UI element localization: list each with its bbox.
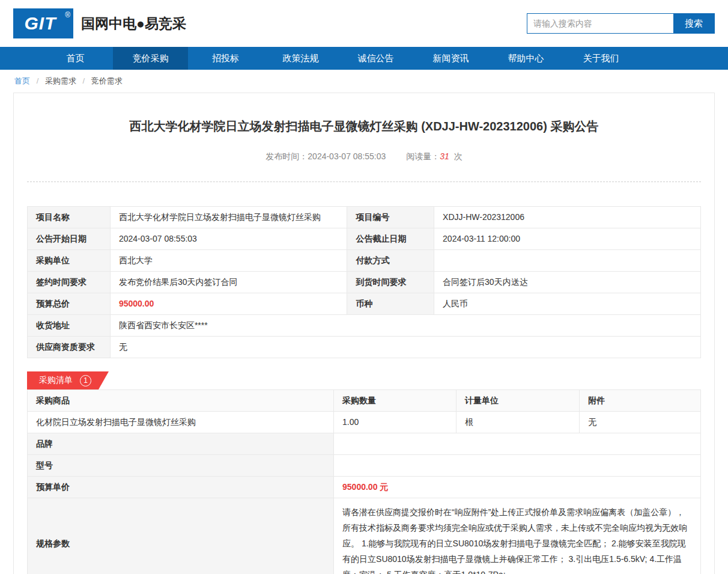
table-row: 预算总价 95000.00 币种 人民币 <box>28 293 701 315</box>
field-label: 型号 <box>28 455 334 477</box>
spec-parameters-value: 请各潜在供应商提交报价时在“响应附件”处上传正式报价单及需求响应偏离表（加盖公章… <box>334 498 701 574</box>
publish-time-label: 发布时间： <box>265 151 308 161</box>
field-value: 西北大学 <box>110 250 347 272</box>
table-row: 预算单价 95000.00 元 <box>28 477 701 498</box>
field-label: 品牌 <box>28 433 334 455</box>
purchase-quantity: 1.00 <box>334 412 457 433</box>
breadcrumb-purchase-demand[interactable]: 采购需求 <box>45 76 76 85</box>
top-header: GIT ® 国网中电●易竞采 搜索 <box>0 0 728 47</box>
table-row: 签约时间要求 发布竞价结果后30天内签订合同 到货时间要求 合同签订后30天内送… <box>28 272 701 293</box>
table-row: 采购单位 西北大学 付款方式 <box>28 250 701 272</box>
field-label: 预算总价 <box>28 293 111 315</box>
field-value <box>334 433 701 455</box>
search-bar: 搜索 <box>527 13 715 34</box>
table-row: 品牌 <box>28 433 701 455</box>
table-row: 收货地址 陕西省西安市长安区**** <box>28 315 701 337</box>
breadcrumb-separator: / <box>83 76 85 85</box>
field-value <box>434 250 701 272</box>
column-header: 采购商品 <box>28 390 334 412</box>
field-label: 公告截止日期 <box>347 228 434 250</box>
field-value: 无 <box>110 337 700 358</box>
field-value: 西北大学化材学院日立场发射扫描电子显微镜灯丝采购 <box>110 207 347 228</box>
search-button[interactable]: 搜索 <box>673 14 714 33</box>
field-label: 公告开始日期 <box>28 228 111 250</box>
purchase-list-table: 采购商品 采购数量 计量单位 附件 化材院日立场发射扫描电子显微镜灯丝采购 1.… <box>27 389 701 574</box>
views-unit: 次 <box>454 151 463 161</box>
nav-item-help-center[interactable]: 帮助中心 <box>488 47 563 70</box>
product-name: 化材院日立场发射扫描电子显微镜灯丝采购 <box>28 412 334 433</box>
field-label: 规格参数 <box>28 498 334 574</box>
field-value: 2024-03-11 12:00:00 <box>434 228 701 250</box>
field-value: XDJJ-HW-202312006 <box>434 207 701 228</box>
field-label: 项目编号 <box>347 207 434 228</box>
search-input[interactable] <box>527 14 673 33</box>
table-row: 化材院日立场发射扫描电子显微镜灯丝采购 1.00 根 无 <box>28 412 701 433</box>
site-name: 国网中电●易竞采 <box>81 14 186 33</box>
nav-item-bidding-purchase[interactable]: 竞价采购 <box>113 47 188 70</box>
nav-item-about-us[interactable]: 关于我们 <box>563 47 639 70</box>
field-value <box>334 455 701 477</box>
publish-time-value: 2024-03-07 08:55:03 <box>308 151 386 161</box>
field-label: 币种 <box>347 293 434 315</box>
breadcrumb-home[interactable]: 首页 <box>14 76 30 85</box>
table-header-row: 采购商品 采购数量 计量单位 附件 <box>28 390 701 412</box>
announcement-panel: 西北大学化材学院日立场发射扫描电子显微镜灯丝采购 (XDJJ-HW-202312… <box>13 93 715 574</box>
field-label: 收货地址 <box>28 315 111 337</box>
nav-item-news[interactable]: 新闻资讯 <box>413 47 488 70</box>
breadcrumb-bidding-demand[interactable]: 竞价需求 <box>91 76 123 85</box>
measure-unit: 根 <box>457 412 580 433</box>
field-value: 人民币 <box>434 293 701 315</box>
views-label: 阅读量： <box>406 151 440 161</box>
field-label: 签约时间要求 <box>28 272 111 293</box>
column-header: 附件 <box>580 390 701 412</box>
page-title: 西北大学化材学院日立场发射扫描电子显微镜灯丝采购 (XDJJ-HW-202312… <box>27 118 701 135</box>
tab-purchase-list[interactable]: 采购清单 1 <box>27 371 99 389</box>
field-value: 2024-03-07 08:55:03 <box>110 228 347 250</box>
breadcrumb: 首页 / 采购需求 / 竞价需求 <box>0 70 728 91</box>
purchase-list-count-badge: 1 <box>80 375 91 386</box>
nav-item-tenders[interactable]: 招投标 <box>188 47 263 70</box>
logo-text: GIT <box>25 13 62 34</box>
purchase-list-tab-label: 采购清单 <box>39 375 73 386</box>
table-row: 公告开始日期 2024-03-07 08:55:03 公告截止日期 2024-0… <box>28 228 701 250</box>
field-label: 到货时间要求 <box>347 272 434 293</box>
main-nav: 首页 竞价采购 招投标 政策法规 诚信公告 新闻资讯 帮助中心 关于我们 <box>0 47 728 70</box>
table-row: 项目名称 西北大学化材学院日立场发射扫描电子显微镜灯丝采购 项目编号 XDJJ-… <box>28 207 701 228</box>
field-value: 合同签订后30天内送达 <box>434 272 701 293</box>
budget-unit-price-value: 95000.00 元 <box>334 477 701 498</box>
nav-item-policies[interactable]: 政策法规 <box>263 47 338 70</box>
table-row: 供应商资质要求 无 <box>28 337 701 358</box>
field-value: 陕西省西安市长安区**** <box>110 315 700 337</box>
budget-total-value: 95000.00 <box>110 293 347 315</box>
field-label: 供应商资质要求 <box>28 337 111 358</box>
field-label: 预算单价 <box>28 477 334 498</box>
column-header: 计量单位 <box>457 390 580 412</box>
nav-item-integrity-notices[interactable]: 诚信公告 <box>338 47 413 70</box>
field-label: 采购单位 <box>28 250 111 272</box>
field-value: 发布竞价结果后30天内签订合同 <box>110 272 347 293</box>
dashed-divider <box>27 182 701 182</box>
site-logo[interactable]: GIT ® <box>13 8 73 38</box>
attachment: 无 <box>580 412 701 433</box>
breadcrumb-separator: / <box>37 76 39 85</box>
registered-trademark-icon: ® <box>65 11 70 19</box>
column-header: 采购数量 <box>334 390 457 412</box>
table-row: 规格参数 请各潜在供应商提交报价时在“响应附件”处上传正式报价单及需求响应偏离表… <box>28 498 701 574</box>
table-row: 型号 <box>28 455 701 477</box>
views-count: 31 <box>440 151 449 161</box>
field-label: 付款方式 <box>347 250 434 272</box>
field-label: 项目名称 <box>28 207 111 228</box>
project-info-table: 项目名称 西北大学化材学院日立场发射扫描电子显微镜灯丝采购 项目编号 XDJJ-… <box>27 206 701 358</box>
announcement-meta: 发布时间：2024-03-07 08:55:03 阅读量：31 次 <box>27 151 701 162</box>
nav-item-home[interactable]: 首页 <box>38 47 113 70</box>
